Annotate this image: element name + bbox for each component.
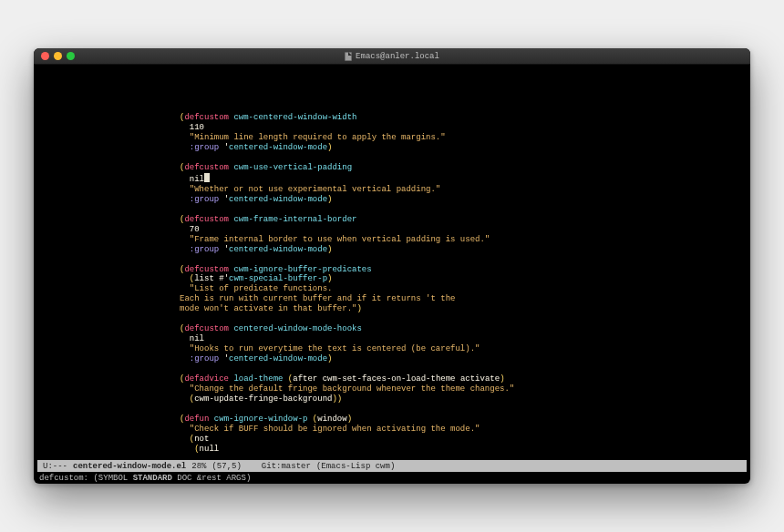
docstring: "Hooks to run everytime the text is cent… (190, 344, 480, 353)
eldoc-colon: : (84, 474, 94, 483)
text-cursor (204, 173, 210, 182)
indent (180, 245, 190, 254)
eldoc-fn: defcustom (39, 474, 84, 483)
symbol: cwm-special-buffer-p (229, 274, 327, 283)
indent (180, 235, 190, 244)
docstring: mode won't activate in that buffer." (180, 304, 356, 313)
paren: ) (500, 374, 504, 384)
symbol: not (194, 435, 209, 444)
indent (180, 394, 190, 404)
indent (180, 133, 190, 142)
sharp-quote: #' (219, 274, 229, 283)
docstring: Each is run with current buffer and if i… (180, 294, 455, 303)
eldoc-current-arg: STANDARD (133, 474, 172, 483)
symbol: cwm-update-fringe-background (194, 394, 332, 404)
indent (180, 284, 190, 293)
eldoc-arg: SYMBOL (98, 474, 133, 483)
document-icon (345, 52, 352, 61)
symbol: cwm-centered-window-width (233, 113, 356, 122)
arg: activate (460, 374, 500, 384)
window-title-wrap: Emacs@anler.local (34, 52, 750, 61)
paren: ) (327, 274, 332, 283)
indent (180, 123, 190, 132)
indent (180, 344, 190, 353)
arg: cwm-set-faces-on-load-theme (323, 374, 456, 384)
echo-area: defcustom: (SYMBOL STANDARD DOC &rest AR… (34, 472, 750, 484)
indent (180, 354, 190, 363)
close-icon[interactable] (41, 52, 49, 60)
value: 70 (190, 225, 200, 234)
indent (180, 225, 190, 234)
value: nil (190, 334, 204, 343)
keyword-defadvice: defadvice (184, 374, 229, 384)
indent (180, 445, 194, 454)
arg: window (317, 414, 346, 424)
value: nil (190, 175, 204, 184)
keyword-defcustom: defcustom (184, 163, 229, 172)
indent (180, 175, 190, 184)
eldoc-arg: DOC &rest ARGS (172, 474, 246, 483)
minimize-icon[interactable] (54, 52, 62, 60)
paren: ) (327, 143, 332, 152)
app-window: Emacs@anler.local (defcustom cwm-centere… (34, 48, 750, 484)
symbol: cwm-frame-internal-border (233, 215, 356, 224)
indent (180, 185, 190, 194)
docstring: "Whether or not use experimental vertica… (190, 185, 440, 194)
keyword-defcustom: defcustom (184, 113, 229, 122)
symbol: centered-window-mode (229, 245, 327, 254)
docstring: "List of predicate functions. (190, 284, 333, 293)
docstring: "Check if BUFF should be ignored when ac… (190, 425, 480, 434)
docstring: "Minimum line length required to apply t… (190, 133, 446, 142)
indent (180, 274, 190, 283)
keyword-defun: defun (184, 414, 209, 424)
symbol: centered-window-mode (229, 195, 327, 204)
keyword-arg: :group (190, 195, 219, 204)
paren: ) (347, 414, 352, 424)
keyword-arg: :group (190, 354, 219, 363)
indent (180, 143, 190, 152)
indent (180, 334, 190, 343)
symbol: centered-window-mode (229, 354, 327, 363)
symbol: cwm-ignore-window-p (214, 414, 308, 424)
modeline-modes: (Emacs-Lisp cwm) (316, 462, 395, 471)
symbol: centered-window-mode (229, 143, 327, 152)
modeline-coding: U:--- (43, 462, 67, 471)
paren: ) (327, 245, 332, 254)
symbol: cwm-ignore-buffer-predicates (233, 265, 371, 274)
modeline-git: Git:master (262, 462, 311, 471)
titlebar[interactable]: Emacs@anler.local (34, 48, 750, 65)
indent (180, 384, 190, 394)
mode-line[interactable]: U:--- centered-window-mode.el 28% (57,5)… (37, 460, 747, 472)
modeline-buffer-name: centered-window-mode.el (73, 462, 186, 471)
keyword-defcustom: defcustom (184, 324, 229, 333)
zoom-icon[interactable] (67, 52, 75, 60)
symbol: cwm-use-vertical-padding (233, 163, 352, 172)
window-title: Emacs@anler.local (356, 52, 439, 61)
symbol: centered-window-mode-hooks (233, 324, 361, 333)
keyword-defcustom: defcustom (184, 215, 229, 224)
indent (180, 425, 190, 434)
paren: ) (356, 304, 361, 313)
paren: )) (332, 394, 342, 404)
keyword-defcustom: defcustom (184, 265, 229, 274)
symbol: load-theme (233, 374, 283, 384)
eldoc-close: ) (246, 474, 251, 483)
keyword-arg: :group (190, 245, 219, 254)
traffic-lights (34, 52, 75, 60)
indent (180, 435, 190, 444)
symbol: list (194, 274, 214, 283)
indent (180, 195, 190, 204)
keyword-arg: :group (190, 143, 219, 152)
modeline-position: (57,5) (211, 462, 241, 471)
paren: ) (327, 354, 332, 363)
editor-area[interactable]: (defcustom cwm-centered-window-width 110… (34, 65, 750, 460)
symbol: null (200, 445, 220, 454)
docstring: "Frame internal border to use when verti… (190, 235, 490, 244)
modeline-percent: 28% (191, 462, 206, 471)
docstring: "Change the default fringe background wh… (190, 384, 514, 394)
value: 110 (190, 123, 204, 132)
arg: after (293, 374, 317, 384)
paren: ) (327, 195, 332, 204)
